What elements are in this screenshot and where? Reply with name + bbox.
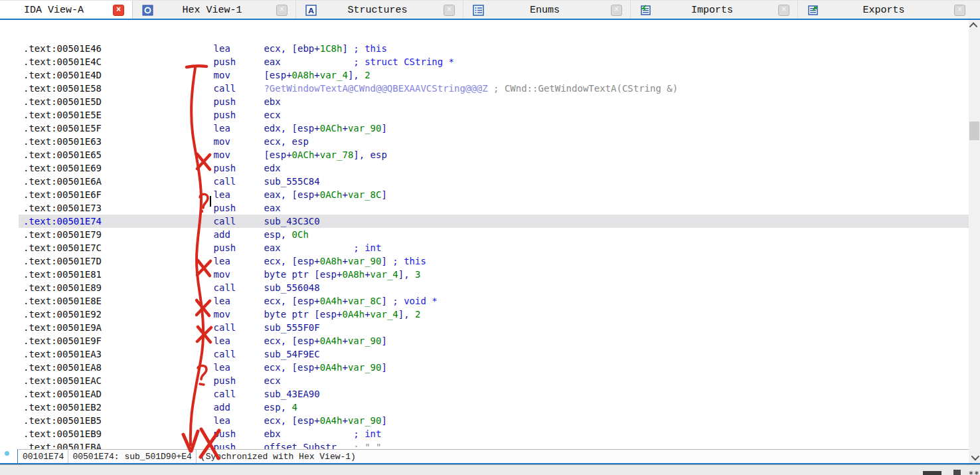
enums-icon [473,5,484,16]
asm-line[interactable]: .text:00501EB2 add esp, 4 [19,401,969,414]
status-bar: 00101E74 00501E74: sub_501D90+E4 (Synchr… [19,449,969,463]
status-location: 00501E74: sub_501D90+E4 [68,450,196,463]
tab-exports[interactable]: Exports × [798,1,973,19]
disassembly-view: .text:00501E46 lea ecx, [ebp+1C8h] ; thi… [0,20,969,449]
taskbar-icon: ∗∗ [968,470,977,475]
close-icon[interactable]: × [444,5,455,16]
close-icon[interactable]: × [276,5,287,16]
asm-line[interactable]: .text:00501E5E push ecx [19,108,969,122]
scroll-down-icon[interactable] [969,452,980,463]
asm-line[interactable]: .text:00501E74 call sub_43C3C0 [19,215,969,228]
asm-line[interactable]: .text:00501E8E lea ecx, [esp+0A4h+var_8C… [19,294,969,308]
asm-line[interactable]: .text:00501EA8 lea ecx, [esp+0A4h+var_90… [19,361,969,374]
asm-line[interactable]: .text:00501EB5 lea ecx, [esp+0A4h+var_90… [19,414,969,427]
asm-line[interactable]: .text:00501E58 call ?GetWindowTextA@CWnd… [19,82,969,95]
asm-line[interactable]: .text:00501E63 mov ecx, esp [19,135,969,148]
asm-line[interactable]: .text:00501E65 mov [esp+0ACh+var_78], es… [19,148,969,161]
exports-icon [807,5,819,16]
tab-bar: IDA View-A × Hex View-1 × A Structures ×… [0,0,980,19]
asm-line[interactable]: .text:00501E89 call sub_556048 [19,281,969,294]
asm-line[interactable]: .text:00501E81 mov byte ptr [esp+0A8h+va… [19,268,969,281]
structures-icon: A [305,5,317,16]
asm-line[interactable]: .text:00501E6A call sub_555C84 [19,175,969,188]
asm-line[interactable]: .text:00501E7C push eax ; int [19,241,969,254]
close-icon[interactable]: × [954,5,965,16]
asm-line[interactable]: .text:00501EAD call sub_43EA90 [19,387,969,401]
taskbar-icon [923,471,941,475]
asm-line[interactable]: .text:00501EA3 call sub_54F9EC [19,347,969,361]
asm-line[interactable]: .text:00501E46 lea ecx, [ebp+1C8h] ; thi… [19,42,969,55]
scrollbar-thumb[interactable] [969,122,979,140]
asm-line[interactable]: .text:00501E5F lea edx, [esp+0ACh+var_90… [19,122,969,135]
asm-line[interactable]: .text:00501E9A call sub_555F0F [19,321,969,334]
asm-line[interactable]: .text:00501E4C push eax ; struct CString… [19,55,969,68]
vertical-scrollbar[interactable] [969,20,980,463]
hex-view-icon [142,5,153,16]
tab-hex-view-1[interactable]: Hex View-1 × [133,1,296,19]
scroll-up-icon[interactable] [969,20,980,31]
status-sync: (Synchronized with Hex View-1) [197,450,360,463]
text-cursor [210,196,211,207]
tab-label: Hex View-1 [153,5,271,16]
taskbar-sliver: ∗∗ [0,464,980,475]
tab-ida-view-a[interactable]: IDA View-A × [0,1,133,19]
tab-label: Exports [819,5,949,16]
asm-line[interactable]: .text:00501E4D mov [esp+0A8h+var_4], 2 [19,68,969,82]
tab-enums[interactable]: Enums × [463,1,631,19]
taskbar-icon [953,470,961,475]
tab-label: Enums [484,5,606,16]
asm-line[interactable]: .text:00501E5D push ebx [19,95,969,108]
close-icon[interactable]: × [113,5,124,16]
disassembly-lines: .text:00501E46 lea ecx, [ebp+1C8h] ; thi… [19,42,969,467]
asm-line[interactable]: .text:00501E92 mov byte ptr [esp+0A4h+va… [19,308,969,321]
asm-line[interactable]: .text:00501E69 push edx [19,161,969,175]
asm-line[interactable]: .text:00501EAC push ecx [19,374,969,387]
tab-imports[interactable]: Imports × [631,1,798,19]
tab-label: Structures [317,5,438,16]
tab-label: Imports [651,5,773,16]
close-icon[interactable]: × [611,5,622,16]
asm-line[interactable]: .text:00501E73 push eax [19,201,969,215]
imports-icon [640,5,651,16]
close-icon[interactable]: × [778,5,789,16]
asm-line[interactable]: .text:00501E6F lea eax, [esp+0ACh+var_8C… [19,188,969,201]
asm-line[interactable]: .text:00501E7D lea ecx, [esp+0A8h+var_90… [19,254,969,268]
status-offset: 00101E74 [19,450,68,463]
tab-structures[interactable]: A Structures × [296,1,463,19]
svg-text:A: A [308,6,314,15]
asm-line[interactable]: .text:00501E9F lea ecx, [esp+0A4h+var_90… [19,334,969,347]
line-dot [5,451,9,456]
asm-line[interactable]: .text:00501EB9 push ebx ; int [19,427,969,440]
tab-label: IDA View-A [0,5,108,16]
asm-line[interactable]: .text:00501E79 add esp, 0Ch [19,228,969,241]
ida-window: IDA View-A × Hex View-1 × A Structures ×… [0,0,980,475]
